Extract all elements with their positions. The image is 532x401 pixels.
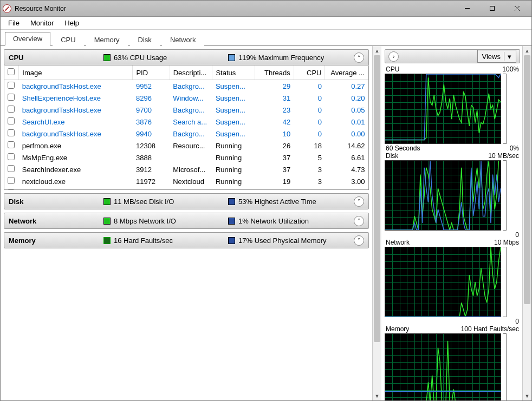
col-checkbox[interactable] <box>4 65 19 80</box>
scroll-thumb[interactable] <box>524 55 530 304</box>
left-scrollbar[interactable]: ▲ ▼ <box>372 46 381 400</box>
cell-cpu: 0 <box>294 128 325 140</box>
row-checkbox[interactable] <box>8 189 15 190</box>
cell-average: 0.20 <box>325 92 368 104</box>
close-button[interactable] <box>504 1 529 16</box>
dropdown-arrow-icon: ▾ <box>508 52 511 61</box>
tab-memory[interactable]: Memory <box>86 33 128 46</box>
scroll-down-icon[interactable]: ▼ <box>373 391 381 400</box>
scroll-down-icon[interactable]: ▼ <box>523 391 531 400</box>
cpu-table-header[interactable]: Image PID Descripti... Status Threads CP… <box>4 65 368 80</box>
cell-status: Suspen... <box>212 104 255 116</box>
cell-pid: 3876 <box>133 116 170 128</box>
maximize-button[interactable] <box>479 1 504 16</box>
table-row[interactable]: backgroundTaskHost.exe 9952 Backgro... S… <box>4 80 368 93</box>
cell-description: Backgro... <box>170 80 212 93</box>
cell-description: Resourc... <box>170 140 212 152</box>
chart-canvas <box>385 333 501 400</box>
cpu-usage-swatch <box>103 54 111 61</box>
row-checkbox[interactable] <box>8 117 15 124</box>
network-expand-button[interactable]: ˅ <box>354 216 364 226</box>
table-row[interactable]: SearchUI.exe 3876 Search a... Suspen... … <box>4 116 368 128</box>
cell-threads: 42 <box>255 116 294 128</box>
col-pid[interactable]: PID <box>133 65 170 80</box>
disk-expand-button[interactable]: ˅ <box>354 196 364 207</box>
col-description[interactable]: Descripti... <box>170 65 212 80</box>
table-row[interactable]: backgroundTaskHost.exe 9700 Backgro... S… <box>4 104 368 116</box>
cpu-panel-header[interactable]: CPU 63% CPU Usage 119% Maximum Frequency… <box>4 49 369 65</box>
cell-average: 0.27 <box>325 80 368 93</box>
minimize-button[interactable] <box>455 1 479 16</box>
cell-description: Runtime... <box>170 187 212 190</box>
table-row[interactable]: ShellExperienceHost.exe 8296 Window... S… <box>4 92 368 104</box>
select-all-checkbox[interactable] <box>8 68 15 75</box>
cell-pid: 3912 <box>133 163 170 175</box>
row-checkbox[interactable] <box>8 106 15 113</box>
cell-cpu: 0 <box>294 116 325 128</box>
table-row[interactable]: MsMpEng.exe 3888 Running 37 5 6.61 <box>4 152 368 163</box>
table-row[interactable]: backgroundTaskHost.exe 9940 Backgro... S… <box>4 128 368 140</box>
menu-file[interactable]: File <box>3 17 25 29</box>
table-row[interactable]: nextcloud.exe 11972 Nextcloud Running 19… <box>4 175 368 187</box>
cpu-collapse-button[interactable]: ˄ <box>354 52 364 63</box>
chart-min-label: 0 <box>515 231 519 239</box>
network-io-label: 8 Mbps Network I/O <box>114 217 176 225</box>
scroll-up-icon[interactable]: ▲ <box>523 46 531 55</box>
disk-panel-header[interactable]: Disk 11 MB/sec Disk I/O 53% Highest Acti… <box>4 193 369 209</box>
network-panel-header[interactable]: Network 8 Mbps Network I/O 1% Network Ut… <box>4 213 369 229</box>
cell-average: 2.46 <box>325 187 368 190</box>
scroll-up-icon[interactable]: ▲ <box>373 46 381 55</box>
cpu-table: Image PID Descripti... Status Threads CP… <box>4 65 368 190</box>
cell-pid: 11012 <box>133 187 170 190</box>
table-row[interactable]: perfmon.exe 12308 Resourc... Running 26 … <box>4 140 368 152</box>
menu-help[interactable]: Help <box>59 17 85 29</box>
cell-threads: 10 <box>255 187 294 190</box>
cell-description: Backgro... <box>170 128 212 140</box>
cell-average: 14.62 <box>325 140 368 152</box>
cpu-table-container[interactable]: Image PID Descripti... Status Threads CP… <box>4 65 369 190</box>
col-average[interactable]: Average ... <box>325 65 368 80</box>
cell-status: Running <box>212 152 255 163</box>
cell-average: 0.01 <box>325 116 368 128</box>
cpu-usage-label: 63% CPU Usage <box>114 54 167 62</box>
tab-disk[interactable]: Disk <box>130 33 160 46</box>
memory-panel-title: Memory <box>9 236 103 245</box>
row-checkbox[interactable] <box>8 129 15 136</box>
cell-average: 4.73 <box>325 163 368 175</box>
table-row[interactable]: SearchIndexer.exe 3912 Microsof... Runni… <box>4 163 368 175</box>
col-status[interactable]: Status <box>212 65 255 80</box>
cell-status: Running <box>212 140 255 152</box>
col-image[interactable]: Image <box>19 65 133 80</box>
col-cpu[interactable]: CPU <box>294 65 325 80</box>
chart-network: Network10 Mbps0 <box>385 239 520 325</box>
menu-monitor[interactable]: Monitor <box>25 17 59 29</box>
cell-average: 0.05 <box>325 104 368 116</box>
scroll-thumb[interactable] <box>374 55 380 342</box>
row-checkbox[interactable] <box>8 141 15 148</box>
views-dropdown[interactable]: Views▾ <box>477 50 516 63</box>
cpu-panel-title: CPU <box>9 54 103 62</box>
cell-pid: 9952 <box>133 80 170 93</box>
memory-used-swatch <box>228 237 235 244</box>
row-checkbox[interactable] <box>8 82 15 89</box>
memory-panel-header[interactable]: Memory 16 Hard Faults/sec 17% Used Physi… <box>4 232 369 248</box>
row-checkbox[interactable] <box>8 94 15 101</box>
col-threads[interactable]: Threads <box>255 65 294 80</box>
chart-memory: Memory100 Hard Faults/sec <box>385 325 520 400</box>
table-row[interactable]: RuntimeBroker.exe 11012 Runtime... Runni… <box>4 187 368 190</box>
collapse-charts-button[interactable]: › <box>388 51 399 62</box>
row-checkbox[interactable] <box>8 153 15 160</box>
cell-image: MsMpEng.exe <box>19 152 133 163</box>
row-checkbox[interactable] <box>8 177 15 184</box>
tab-network[interactable]: Network <box>162 33 204 46</box>
row-checkbox[interactable] <box>8 165 15 172</box>
window-title: Resource Monitor <box>15 5 455 12</box>
cell-pid: 9700 <box>133 104 170 116</box>
tab-overview[interactable]: Overview <box>5 32 50 46</box>
network-io-swatch <box>103 218 111 225</box>
right-scrollbar[interactable]: ▲ ▼ <box>522 46 531 400</box>
cell-description: Nextcloud <box>170 175 212 187</box>
tab-cpu[interactable]: CPU <box>53 33 83 46</box>
memory-expand-button[interactable]: ˅ <box>354 235 364 246</box>
views-label: Views <box>482 52 501 61</box>
